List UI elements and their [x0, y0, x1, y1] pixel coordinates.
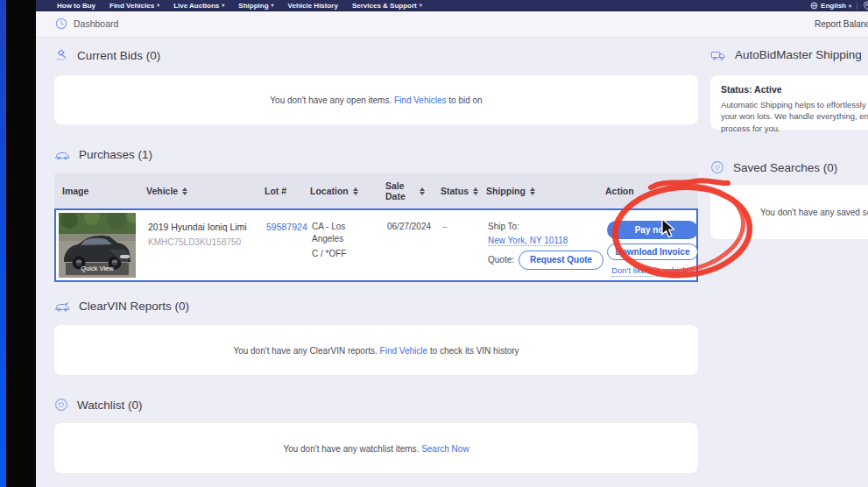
col-header-action: Action — [597, 173, 698, 208]
clearvin-card: You don't have any ClearVIN reports. Fin… — [54, 325, 698, 375]
watchlist-empty-text: You don't have any watchlist items. Sear… — [54, 443, 698, 453]
sort-icon — [420, 187, 426, 195]
purchase-row: Quick View 2019 Hyundai Ioniq Limi KMHC7… — [54, 208, 698, 282]
purchases-heading: Purchases (1) — [54, 148, 152, 161]
col-header-shipping[interactable]: Shipping — [478, 173, 597, 208]
dashboard-icon — [55, 18, 67, 30]
status-cell: – — [434, 210, 480, 280]
download-invoice-button[interactable]: Download Invoice — [607, 244, 698, 260]
shipping-status-card: Status: Active Automatic Shipping helps … — [710, 75, 868, 130]
col-header-lot: Lot # — [257, 173, 302, 208]
nav-how-to-buy[interactable]: How to Buy — [57, 2, 95, 10]
saved-search-icon — [710, 160, 724, 174]
lot-number-link[interactable]: 59587924 — [266, 222, 307, 232]
shipping-desc-line: Automatic Shipping helps to effortlessly… — [721, 99, 868, 110]
breadcrumb-bar: Dashboard Report Balance — [36, 11, 868, 38]
search-now-link[interactable]: Search Now — [421, 443, 469, 453]
main-content: Current Bids (0) You don't have any open… — [36, 38, 868, 487]
purchases-table-header: Image Vehicle Lot # Location Sale Date S… — [54, 173, 698, 208]
autobidmaster-shipping-heading: AutoBidMaster Shipping — [710, 48, 862, 61]
clearvin-heading: ClearVIN Reports (0) — [54, 300, 189, 313]
shipping-desc-line: your won lots. We handle everything, ens… — [721, 110, 868, 122]
breadcrumb[interactable]: Dashboard — [55, 18, 118, 30]
quote-label: Quote: — [488, 254, 514, 266]
nav-live-auctions[interactable]: Live Auctions▾ — [173, 2, 224, 10]
section-title: ClearVIN Reports (0) — [79, 300, 189, 313]
location-cell: CA - Los Angeles C / *OFF — [304, 210, 379, 280]
sort-icon — [182, 187, 188, 195]
nav-right-group: English ▾ — [810, 0, 868, 11]
dont-like-vehicle-link[interactable]: Don't like this vehicle? — [611, 265, 694, 277]
sale-date-cell: 06/27/2024 — [379, 210, 434, 280]
ship-to-link[interactable]: New York, NY 10118 — [488, 236, 568, 246]
col-header-image: Image — [54, 173, 138, 208]
window-edge-black-stripe — [6, 0, 36, 487]
saved-searches-heading: Saved Searches (0) — [710, 160, 837, 174]
lot-cell: 59587924 — [258, 210, 304, 280]
location-code: C / *OFF — [312, 248, 374, 260]
gavel-icon — [54, 48, 68, 62]
shipping-cell: Ship To: New York, NY 10118 Quote: Reque… — [480, 210, 599, 280]
saved-searches-empty-text: You don't have any saved searches — [760, 208, 868, 217]
window-edge-blue-stripe — [0, 0, 6, 487]
section-title: Watchlist (0) — [77, 399, 143, 412]
vehicle-cell: 2019 Hyundai Ioniq Limi KMHC75LD3KU15875… — [140, 210, 258, 280]
watchlist-heading: Watchlist (0) — [54, 398, 143, 412]
chevron-down-icon: ▾ — [420, 3, 422, 8]
quick-view-overlay[interactable]: Quick View — [66, 263, 129, 276]
nav-find-vehicles[interactable]: Find Vehicles▾ — [109, 2, 159, 10]
chevron-down-icon: ▾ — [272, 3, 274, 8]
nav-services-support[interactable]: Services & Support▾ — [352, 2, 422, 10]
section-title: Current Bids (0) — [77, 49, 160, 62]
location-name: CA - Los Angeles — [312, 221, 374, 245]
vehicle-image-cell: Quick View — [56, 210, 140, 280]
pay-now-button[interactable]: Pay now — [607, 221, 698, 239]
saved-searches-card: You don't have any saved searches — [710, 185, 868, 239]
col-header-status[interactable]: Status — [433, 173, 478, 208]
vehicle-title[interactable]: 2019 Hyundai Ioniq Limi — [148, 221, 253, 234]
vehicle-vin: KMHC75LD3KU158750 — [148, 236, 253, 249]
car-check-icon — [54, 300, 70, 313]
find-vehicles-link[interactable]: Find Vehicles — [394, 95, 446, 105]
watchlist-card: You don't have any watchlist items. Sear… — [54, 423, 698, 473]
find-vehicle-link[interactable]: Find Vehicle — [380, 345, 427, 355]
section-title: Purchases (1) — [79, 148, 152, 161]
sort-icon — [353, 187, 359, 195]
current-bids-card: You don't have any open items. Find Vehi… — [54, 75, 698, 124]
section-title: AutoBidMaster Shipping — [735, 48, 862, 61]
top-nav-bar: How to Buy Find Vehicles▾ Live Auctions▾… — [36, 0, 868, 11]
vehicle-photo[interactable]: Quick View — [59, 213, 136, 278]
shipping-status: Status: Active — [721, 84, 868, 95]
nav-divider — [857, 3, 857, 10]
breadcrumb-label: Dashboard — [74, 18, 118, 29]
col-header-vehicle[interactable]: Vehicle — [138, 173, 257, 208]
purchases-table: Image Vehicle Lot # Location Sale Date S… — [54, 173, 698, 282]
current-bids-empty-text: You don't have any open items. Find Vehi… — [54, 95, 698, 105]
chevron-down-icon: ▾ — [157, 3, 159, 8]
heart-circle-icon — [54, 398, 68, 412]
current-bids-heading: Current Bids (0) — [54, 48, 160, 62]
truck-icon — [710, 49, 726, 61]
action-cell: Pay now Download Invoice Don't like this… — [599, 210, 703, 280]
nav-shipping[interactable]: Shipping▾ — [238, 2, 273, 10]
dashboard-page: How to Buy Find Vehicles▾ Live Auctions▾… — [36, 0, 868, 487]
car-icon — [54, 149, 70, 161]
request-quote-button[interactable]: Request Quote — [519, 251, 603, 270]
report-balance-link[interactable]: Report Balance — [815, 19, 868, 29]
sort-icon — [530, 187, 536, 195]
section-title: Saved Searches (0) — [733, 161, 837, 174]
globe-icon — [810, 2, 818, 10]
clearvin-empty-text: You don't have any ClearVIN reports. Fin… — [54, 345, 698, 355]
language-selector[interactable]: English ▾ — [810, 2, 851, 10]
watchlist-pin-icon[interactable] — [863, 1, 868, 11]
nav-items: How to Buy Find Vehicles▾ Live Auctions▾… — [36, 2, 422, 10]
sort-icon — [473, 187, 479, 195]
col-header-sale-date[interactable]: Sale Date — [378, 173, 433, 208]
nav-vehicle-history[interactable]: Vehicle History — [288, 2, 338, 10]
chevron-down-icon: ▾ — [222, 3, 224, 8]
ship-to-label: Ship To: — [488, 221, 594, 233]
shipping-desc-line: process for you. — [721, 123, 868, 134]
chevron-down-icon: ▾ — [849, 4, 851, 9]
col-header-location[interactable]: Location — [302, 173, 378, 208]
